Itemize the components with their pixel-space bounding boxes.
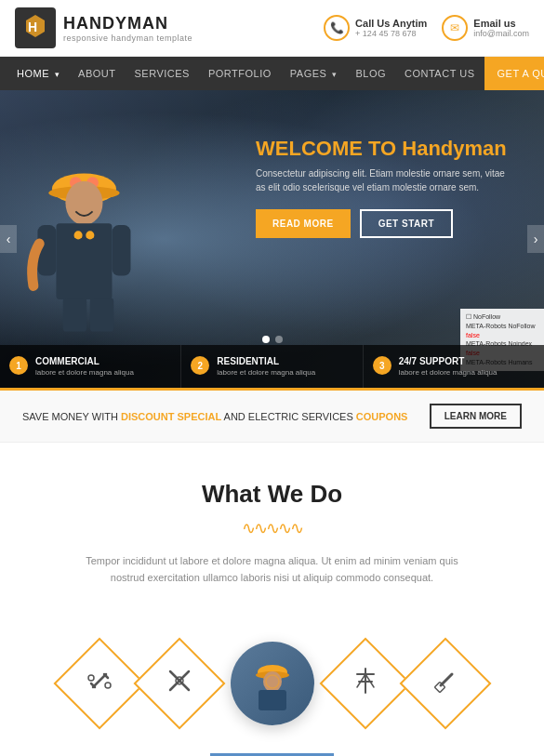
hero-description: Consectetur adipiscing elit. Etiam moles… [256, 166, 516, 194]
feature-num-3: 3 [373, 356, 391, 375]
home-arrow: ▾ [55, 70, 60, 79]
svg-rect-7 [56, 223, 112, 299]
email-text: Email us info@mail.com [473, 18, 529, 38]
service-item-4[interactable] [325, 651, 405, 716]
section-description: Tempor incididunt ut labore et dolore ma… [77, 553, 468, 586]
svg-rect-9 [112, 225, 130, 276]
contact-info: 📞 Call Us Anytim + 124 45 78 678 ✉ Email… [324, 15, 529, 41]
read-more-button[interactable]: READ MORE [256, 209, 351, 238]
svg-point-17 [88, 675, 94, 681]
slider-dot-2[interactable] [275, 336, 283, 343]
feature-residential-text: RESIDENTIAL labore et dolore magna aliqu… [217, 356, 315, 377]
slider-dot-1[interactable] [262, 336, 270, 343]
learn-more-button[interactable]: LEARN MORE [430, 404, 522, 429]
read-more-wrap: READ MORE [0, 744, 544, 756]
slider-dots [262, 336, 283, 343]
hero-title: WELCOME TO Handyman [256, 137, 516, 161]
pages-arrow: ▾ [332, 70, 338, 79]
svg-rect-25 [259, 690, 286, 710]
wave-decoration: ∿∿∿∿∿ [242, 518, 302, 538]
hero-person-image [19, 151, 158, 337]
nav-services[interactable]: SERVICES [125, 57, 198, 90]
hero-buttons: READ MORE GET START [256, 209, 516, 238]
service-icon-5 [431, 667, 459, 700]
logo-text-area: HANDYMAN responsive handyman template [63, 14, 192, 43]
logo-subtitle: responsive handyman template [63, 33, 192, 43]
feature-residential: 2 RESIDENTIAL labore et dolore magna ali… [181, 345, 363, 388]
logo-icon: H [15, 7, 56, 48]
nav-get-quotes[interactable]: GET A QUOTES [484, 57, 544, 90]
feature-support: 3 24/7 SUPPORT labore et dolore magna al… [364, 345, 544, 388]
top-bar: H HANDYMAN responsive handyman template … [0, 0, 544, 57]
service-diamond-1 [53, 638, 145, 730]
main-nav: HOME ▾ ABOUT SERVICES PORTFOLIO PAGES ▾ … [0, 57, 544, 90]
hero-features: 1 COMMERCIAL labore et dolore magna aliq… [0, 345, 544, 388]
promo-text: SAVE MONEY WITH DISCOUNT SPECIAL AND ELE… [22, 411, 407, 422]
email-contact: ✉ Email us info@mail.com [442, 15, 529, 41]
nav-portfolio[interactable]: PORTFOLIO [199, 57, 281, 90]
logo-name: HANDYMAN [63, 14, 168, 33]
svg-point-6 [65, 181, 102, 225]
slider-prev-button[interactable]: ‹ [0, 225, 17, 253]
nav-home[interactable]: HOME ▾ [7, 57, 69, 90]
hero-brand: Handyman [402, 137, 506, 160]
service-icon-1 [86, 667, 113, 700]
service-item-2[interactable] [139, 651, 219, 716]
svg-rect-13 [90, 298, 113, 331]
service-diamond-2 [133, 638, 225, 730]
svg-point-10 [74, 231, 83, 239]
feature-commercial: 1 COMMERCIAL labore et dolore magna aliq… [0, 345, 181, 388]
feature-support-text: 24/7 SUPPORT labore et dolore magna aliq… [399, 356, 498, 377]
service-icon-2 [166, 667, 193, 700]
hero-content: WELCOME TO Handyman Consectetur adipisci… [256, 137, 516, 238]
svg-point-18 [105, 683, 111, 688]
svg-point-11 [86, 231, 94, 239]
email-icon: ✉ [442, 15, 468, 41]
promo-banner: SAVE MONEY WITH DISCOUNT SPECIAL AND ELE… [0, 388, 544, 443]
nav-about[interactable]: ABOUT [69, 57, 125, 90]
feature-num-1: 1 [9, 356, 28, 375]
phone-contact: 📞 Call Us Anytim + 124 45 78 678 [324, 15, 427, 41]
section-title: What We Do [22, 480, 522, 509]
service-item-1[interactable] [60, 651, 139, 716]
svg-rect-12 [63, 298, 86, 331]
phone-text: Call Us Anytim + 124 45 78 678 [355, 18, 427, 38]
center-service-circle [231, 642, 314, 725]
svg-text:H: H [28, 20, 37, 34]
what-we-do-section: What We Do ∿∿∿∿∿ Tempor incididunt ut la… [0, 443, 544, 632]
service-icon-4 [352, 667, 379, 700]
phone-icon: 📞 [324, 15, 350, 41]
logo-area: H HANDYMAN responsive handyman template [15, 7, 192, 48]
section-divider: ∿∿∿∿∿ [22, 518, 522, 538]
service-diamond-4 [319, 638, 411, 730]
nav-blog[interactable]: BLOG [346, 57, 395, 90]
feature-commercial-text: COMMERCIAL labore et dolore magna aliqua [35, 356, 134, 377]
services-row [0, 632, 544, 744]
hero-section: ‹ › WELCOME TO Handyman Consectetur adip… [0, 90, 544, 388]
nav-contact[interactable]: CONTACT US [395, 57, 484, 90]
service-item-5[interactable] [405, 651, 485, 716]
feature-num-2: 2 [191, 356, 209, 375]
get-start-button[interactable]: GET START [360, 209, 453, 238]
slider-next-button[interactable]: › [527, 225, 544, 253]
discount-highlight: DISCOUNT SPECIAL [121, 411, 221, 422]
nav-pages[interactable]: PAGES ▾ [281, 57, 347, 90]
service-diamond-5 [399, 638, 491, 730]
coupons-highlight: COUPONS [356, 411, 408, 422]
